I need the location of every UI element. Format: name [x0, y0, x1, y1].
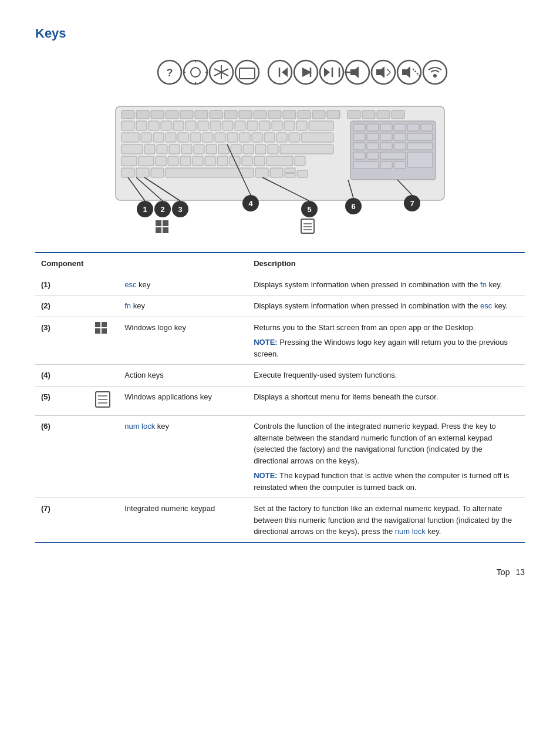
- svg-text:7: 7: [410, 199, 414, 208]
- table-row: (3) Windows logo keyReturns you to the S…: [35, 317, 525, 365]
- svg-rect-112: [295, 156, 305, 166]
- svg-rect-60: [173, 121, 184, 130]
- keyboard-diagram: ?: [35, 53, 525, 236]
- svg-rect-100: [122, 156, 137, 166]
- svg-rect-52: [348, 110, 360, 119]
- key-name-text: key: [136, 280, 150, 289]
- svg-text:?: ?: [167, 67, 173, 79]
- row-description: Displays a shortcut menu for items benea…: [248, 386, 525, 416]
- svg-rect-132: [394, 133, 406, 140]
- note-text: NOTE: The keypad function that is active…: [254, 470, 519, 493]
- table-row: (1)esc keyDisplays system information wh…: [35, 274, 525, 295]
- svg-rect-41: [180, 110, 193, 119]
- svg-rect-64: [222, 121, 233, 130]
- svg-rect-80: [227, 133, 238, 142]
- svg-line-29: [387, 69, 390, 72]
- footer-top-label: Top: [497, 566, 510, 579]
- svg-rect-73: [141, 133, 151, 142]
- svg-text:3: 3: [178, 205, 182, 214]
- svg-rect-145: [394, 162, 406, 169]
- row-icon: [89, 386, 119, 416]
- key-name-text: Integrated numeric keypad: [124, 504, 215, 513]
- svg-rect-123: [353, 124, 365, 131]
- svg-rect-68: [272, 121, 282, 130]
- desc-text: key.: [426, 527, 441, 536]
- svg-rect-39: [151, 110, 164, 119]
- svg-rect-102: [156, 156, 166, 166]
- svg-rect-130: [367, 133, 379, 140]
- svg-rect-93: [206, 145, 217, 154]
- svg-rect-119: [285, 168, 295, 173]
- svg-rect-72: [122, 133, 139, 142]
- row-name: Integrated numeric keypad: [119, 498, 248, 543]
- row-name: num lock key: [119, 416, 248, 498]
- svg-rect-99: [280, 145, 333, 154]
- row-name: Windows applications key: [119, 386, 248, 416]
- table-row: (5) Windows applications keyDisplays a s…: [35, 386, 525, 416]
- svg-rect-144: [380, 162, 392, 169]
- svg-rect-85: [289, 133, 299, 142]
- svg-rect-111: [266, 156, 293, 166]
- svg-rect-133: [407, 133, 433, 140]
- key-name-link: fn: [124, 301, 131, 310]
- col-header-icon: [89, 253, 119, 274]
- svg-rect-96: [243, 145, 254, 154]
- svg-rect-77: [190, 133, 201, 142]
- svg-rect-44: [224, 110, 237, 119]
- svg-rect-107: [217, 156, 228, 166]
- svg-rect-82: [252, 133, 262, 142]
- svg-rect-84: [276, 133, 287, 142]
- row-description: Displays system information when pressed…: [248, 295, 525, 317]
- row-name: fn key: [119, 295, 248, 317]
- svg-rect-97: [255, 145, 266, 154]
- svg-rect-141: [380, 152, 406, 159]
- row-icon: [89, 317, 119, 365]
- svg-rect-53: [362, 110, 375, 119]
- footer-page-number: 13: [515, 566, 525, 579]
- svg-rect-88: [144, 145, 155, 154]
- desc-link: esc: [480, 301, 492, 310]
- svg-rect-176: [102, 322, 107, 327]
- windows-logo-icon: [95, 322, 108, 335]
- svg-rect-55: [392, 110, 404, 119]
- svg-rect-177: [95, 328, 100, 334]
- svg-rect-61: [185, 121, 196, 130]
- key-name-link: num lock: [124, 422, 155, 431]
- row-description: Displays system information when pressed…: [248, 274, 525, 295]
- row-description: Execute frequently-used system functions…: [248, 365, 525, 387]
- svg-rect-160: [156, 220, 161, 226]
- svg-rect-70: [296, 121, 307, 130]
- svg-rect-48: [283, 110, 296, 119]
- svg-rect-46: [254, 110, 266, 119]
- svg-rect-137: [394, 143, 406, 150]
- svg-rect-129: [353, 133, 365, 140]
- svg-rect-13: [239, 68, 255, 79]
- row-num: (4): [35, 365, 89, 387]
- svg-rect-163: [163, 227, 168, 233]
- desc-text: Controls the function of the integrated …: [254, 422, 496, 465]
- svg-rect-87: [122, 145, 143, 154]
- svg-marker-15: [282, 68, 288, 77]
- svg-rect-117: [255, 168, 268, 177]
- row-icon: [89, 274, 119, 295]
- desc-text: Returns you to the Start screen from an …: [254, 323, 475, 332]
- svg-rect-175: [95, 322, 100, 327]
- svg-rect-56: [122, 121, 134, 130]
- svg-rect-66: [247, 121, 258, 130]
- svg-rect-83: [264, 133, 275, 142]
- row-icon: [89, 295, 119, 317]
- row-num: (6): [35, 416, 89, 498]
- key-name-text: Windows logo key: [124, 323, 186, 332]
- row-name: Action keys: [119, 365, 248, 387]
- svg-marker-32: [402, 66, 410, 78]
- svg-rect-104: [180, 156, 191, 166]
- svg-rect-124: [367, 124, 379, 131]
- col-header-component: Component: [35, 253, 89, 274]
- svg-rect-95: [231, 145, 241, 154]
- svg-marker-25: [350, 66, 359, 78]
- svg-rect-38: [136, 110, 149, 119]
- svg-rect-126: [394, 124, 406, 131]
- row-icon: [89, 416, 119, 498]
- table-row: (6)num lock keyControls the function of …: [35, 416, 525, 498]
- svg-rect-91: [181, 145, 192, 154]
